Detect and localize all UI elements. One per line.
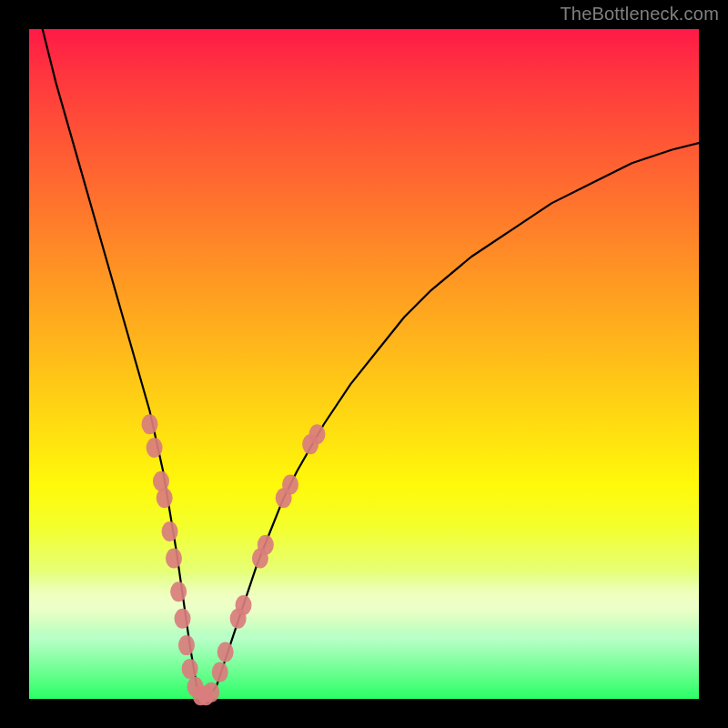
left-cluster-marker (162, 521, 178, 541)
right-cluster-marker (217, 642, 234, 662)
bottom-cluster-marker (203, 682, 219, 703)
right-cluster-marker (308, 424, 325, 444)
right-cluster-marker (258, 535, 274, 555)
watermark-text: TheBottleneck.com (560, 4, 719, 25)
left-cluster-marker (157, 488, 173, 508)
plot-area (29, 29, 699, 699)
left-cluster-marker (178, 635, 195, 655)
left-cluster-marker (170, 581, 187, 602)
right-cluster-marker (236, 595, 252, 615)
left-cluster-marker (182, 659, 198, 679)
curve-group (43, 29, 699, 695)
left-cluster-marker (141, 414, 157, 434)
right-cluster-marker (212, 662, 228, 682)
right-cluster-marker (282, 474, 298, 494)
chart-frame: TheBottleneck.com (0, 0, 728, 728)
marker-group (141, 414, 325, 705)
curve-svg (29, 29, 699, 699)
left-cluster-marker (153, 471, 169, 491)
bottleneck-curve (43, 29, 699, 695)
left-cluster-marker (175, 609, 191, 629)
left-cluster-marker (166, 548, 182, 568)
left-cluster-marker (147, 438, 163, 458)
